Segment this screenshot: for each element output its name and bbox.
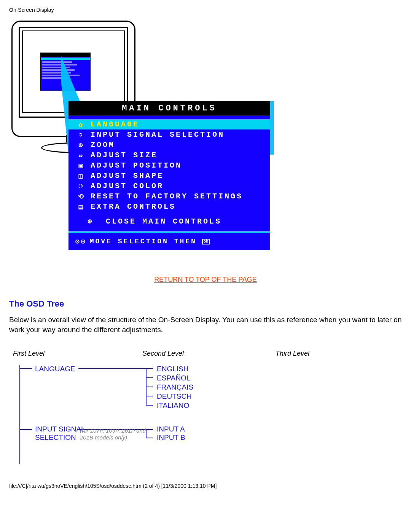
tree-item-input-signal-1: INPUT SIGNAL bbox=[35, 425, 85, 433]
osd-menu-item[interactable]: ⇔ADJUST SIZE bbox=[68, 150, 270, 160]
section-body-text: Below is an overall view of the structur… bbox=[9, 315, 402, 334]
position-icon: ▣ bbox=[75, 161, 86, 170]
shape-icon: ◫ bbox=[75, 172, 86, 180]
osd-menu-item[interactable]: ➲INPUT SIGNAL SELECTION bbox=[68, 129, 270, 140]
tree-header-third: Third Level bbox=[276, 350, 309, 358]
osd-menu-item-label: ADJUST SHAPE bbox=[91, 171, 164, 180]
tree-item-english: ENGLISH bbox=[157, 365, 188, 373]
monitor-osd-diagram: MAIN CONTROLS ✿LANGUAGE➲INPUT SIGNAL SEL… bbox=[11, 21, 402, 264]
tree-item-input-b: INPUT B bbox=[157, 433, 185, 442]
page-title: On-Screen Display bbox=[9, 7, 402, 13]
osd-menu-item-label: RESET TO FACTORY SETTINGS bbox=[91, 192, 243, 201]
osd-menu-item[interactable]: ☺ADJUST COLOR bbox=[68, 181, 270, 191]
osd-footer-label: MOVE SELECTION THEN bbox=[90, 238, 197, 245]
osd-menu-item-label: LANGUAGE bbox=[91, 120, 139, 129]
osd-menu-item-label: INPUT SIGNAL SELECTION bbox=[91, 130, 225, 139]
tree-item-input-signal-2: SELECTION bbox=[35, 433, 76, 442]
footer-file-path: file:///C|/rita wu/gs3noVE/english/105S/… bbox=[9, 483, 402, 489]
globe-icon: ✿ bbox=[75, 120, 86, 129]
tree-item-francais: FRANÇAIS bbox=[157, 383, 193, 391]
tree-item-italiano: ITALIANO bbox=[157, 401, 189, 410]
size-icon: ⇔ bbox=[75, 151, 86, 160]
osd-menu-item-label: ADJUST SIZE bbox=[91, 151, 158, 160]
tree-connector-lines bbox=[13, 365, 279, 464]
osd-menu-item-label: ADJUST COLOR bbox=[91, 182, 164, 190]
osd-menu-item[interactable]: ✿LANGUAGE bbox=[68, 119, 270, 129]
osd-tree-diagram: First Level Second Level Third Level LAN… bbox=[13, 350, 402, 464]
osd-menu-item-label: ZOOM bbox=[91, 141, 115, 149]
osd-menu-item-label: ADJUST POSITION bbox=[91, 161, 182, 170]
reset-icon: ⟲ bbox=[75, 192, 86, 201]
osd-menu-item[interactable]: ▣ADJUST POSITION bbox=[68, 160, 270, 171]
osd-close-label: CLOSE MAIN CONTROLS bbox=[106, 217, 221, 226]
tree-note-models-1: (for 107P, 109P, 201P and bbox=[80, 427, 146, 434]
tree-headers: First Level Second Level Third Level bbox=[13, 350, 402, 358]
osd-close-row[interactable]: ⊛ CLOSE MAIN CONTROLS bbox=[68, 212, 270, 231]
osd-menu-item[interactable]: ▤EXTRA CONTROLS bbox=[68, 201, 270, 212]
tree-item-espanol: ESPAÑOL bbox=[157, 374, 190, 382]
tree-header-second: Second Level bbox=[142, 350, 276, 358]
osd-panel-title: MAIN CONTROLS bbox=[68, 101, 270, 115]
osd-menu-item[interactable]: ⟲RESET TO FACTORY SETTINGS bbox=[68, 191, 270, 201]
osd-main-controls-panel: MAIN CONTROLS ✿LANGUAGE➲INPUT SIGNAL SEL… bbox=[68, 101, 270, 250]
tree-item-deutsch: DEUTSCH bbox=[157, 392, 192, 401]
tree-item-input-a: INPUT A bbox=[157, 425, 185, 433]
nav-arrows-icon: ⊙⊙ bbox=[75, 237, 87, 246]
section-title-osd-tree: The OSD Tree bbox=[9, 299, 402, 309]
osd-menu-item[interactable]: ◫ADJUST SHAPE bbox=[68, 171, 270, 181]
return-to-top-link[interactable]: RETURN TO TOP OF THE PAGE bbox=[154, 276, 257, 283]
close-controls-icon: ⊛ bbox=[84, 217, 95, 225]
extra-icon: ▤ bbox=[75, 203, 86, 211]
color-icon: ☺ bbox=[75, 182, 86, 190]
tree-item-language: LANGUAGE bbox=[35, 365, 75, 373]
ok-badge: ok bbox=[202, 239, 210, 244]
osd-footer-hint: ⊙⊙ MOVE SELECTION THEN ok bbox=[68, 233, 270, 250]
input-icon: ➲ bbox=[75, 131, 86, 139]
tree-note-models-2: 201B models only) bbox=[80, 434, 127, 441]
osd-menu-item[interactable]: ⊕ZOOM bbox=[68, 140, 270, 150]
tree-header-first: First Level bbox=[13, 350, 142, 358]
zoom-icon: ⊕ bbox=[75, 141, 86, 149]
return-to-top-container: RETURN TO TOP OF THE PAGE bbox=[9, 276, 402, 284]
osd-menu-item-label: EXTRA CONTROLS bbox=[91, 202, 176, 211]
